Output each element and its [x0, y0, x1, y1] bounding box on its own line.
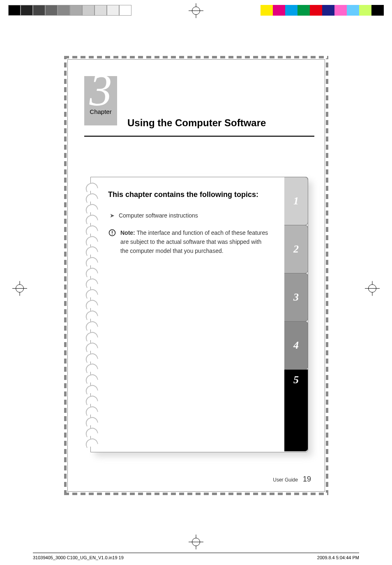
svg-rect-2 — [112, 234, 113, 235]
page-number: 19 — [303, 475, 311, 484]
topics-card: This chapter contains the following topi… — [90, 177, 308, 452]
chapter-title: Using the Computer Software — [127, 117, 266, 129]
spiral-binding-icon — [82, 182, 99, 447]
note-icon — [108, 229, 116, 255]
registration-mark-icon — [189, 3, 203, 18]
section-tab-1: 1 — [284, 177, 308, 225]
section-tab-4: 4 — [284, 321, 308, 370]
topic-item: ➤ Computer software instructions — [110, 212, 271, 219]
chapter-rule — [84, 136, 314, 137]
color-swatches — [261, 5, 384, 16]
page-frame: 3 Chapter Using the Computer Software Th… — [62, 53, 331, 498]
svg-rect-1 — [112, 231, 113, 234]
section-tab-2: 2 — [284, 225, 308, 273]
meta-filename: 31039405_3000 C100_UG_EN_V1.0.in19 19 — [33, 555, 124, 560]
note-label: Note: — [120, 229, 135, 236]
note-text: The interface and function of each of th… — [120, 229, 268, 254]
section-tabs: 1 2 3 4 5 — [284, 177, 308, 451]
note-block: Note: The interface and function of each… — [108, 229, 271, 255]
chapter-number-box: 3 Chapter — [84, 76, 117, 125]
page-footer: User Guide 19 — [273, 475, 311, 484]
meta-timestamp: 2009.8.4 5:04:44 PM — [317, 555, 359, 560]
grayscale-swatches — [8, 5, 131, 16]
print-meta-line: 31039405_3000 C100_UG_EN_V1.0.in19 19 20… — [33, 553, 359, 560]
topic-text: Computer software instructions — [119, 212, 198, 219]
section-tab-3: 3 — [284, 273, 308, 322]
bullet-arrow-icon: ➤ — [110, 212, 115, 219]
topics-heading: This chapter contains the following topi… — [108, 190, 271, 200]
registration-mark-icon — [12, 281, 27, 296]
section-tab-5: 5 — [284, 369, 308, 452]
registration-mark-icon — [189, 535, 203, 549]
registration-mark-icon — [365, 281, 380, 296]
footer-label: User Guide — [273, 477, 298, 483]
chapter-number: 3 — [84, 69, 117, 111]
